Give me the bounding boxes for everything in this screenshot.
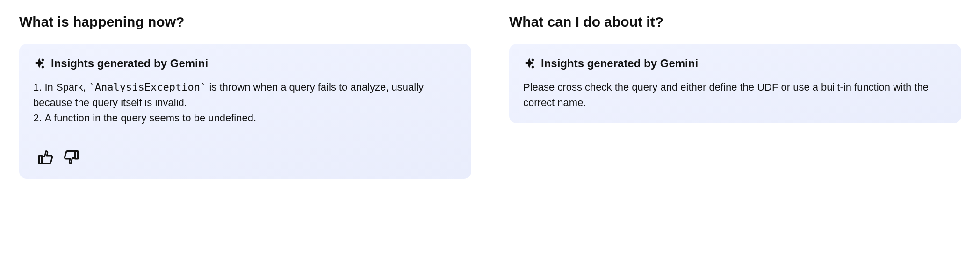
insight-header-right: Insights generated by Gemini [523, 57, 947, 70]
list-item-text: A function in the query seems to be unde… [44, 112, 256, 124]
insight-card-left: Insights generated by Gemini In Spark, `… [19, 44, 471, 179]
insight-body-left: In Spark, `AnalysisException` is thrown … [33, 79, 457, 126]
list-item: In Spark, `AnalysisException` is thrown … [33, 79, 457, 110]
right-column: What can I do about it? Insights generat… [490, 0, 980, 268]
insight-list: In Spark, `AnalysisException` is thrown … [33, 79, 457, 126]
right-column-title: What can I do about it? [509, 14, 961, 30]
insight-header-title-right: Insights generated by Gemini [541, 57, 698, 70]
left-column: What is happening now? Insights generate… [0, 0, 490, 268]
insight-body-right: Please cross check the query and either … [523, 79, 947, 110]
thumbs-up-icon[interactable] [37, 149, 54, 166]
feedback-row [33, 149, 457, 166]
code-snippet: `AnalysisException` [89, 81, 207, 93]
insight-header-left: Insights generated by Gemini [33, 57, 457, 70]
sparkle-icon [523, 57, 535, 70]
sparkle-icon [33, 57, 45, 70]
list-item: A function in the query seems to be unde… [33, 110, 457, 126]
list-item-prefix: In Spark, [44, 81, 88, 93]
insight-header-title-left: Insights generated by Gemini [51, 57, 208, 70]
insight-card-right: Insights generated by Gemini Please cros… [509, 44, 961, 123]
left-column-title: What is happening now? [19, 14, 471, 30]
thumbs-down-icon[interactable] [63, 149, 80, 166]
